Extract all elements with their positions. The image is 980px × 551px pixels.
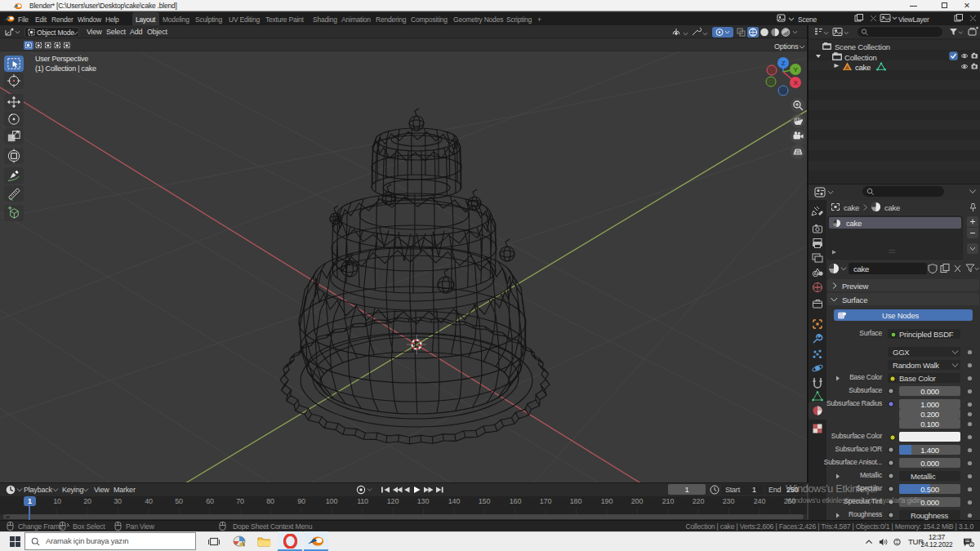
svg-text:Y: Y	[793, 66, 798, 73]
svg-text:Z: Z	[782, 60, 786, 67]
svg-text:X: X	[793, 79, 798, 87]
svg-text:2: 2	[970, 542, 973, 547]
